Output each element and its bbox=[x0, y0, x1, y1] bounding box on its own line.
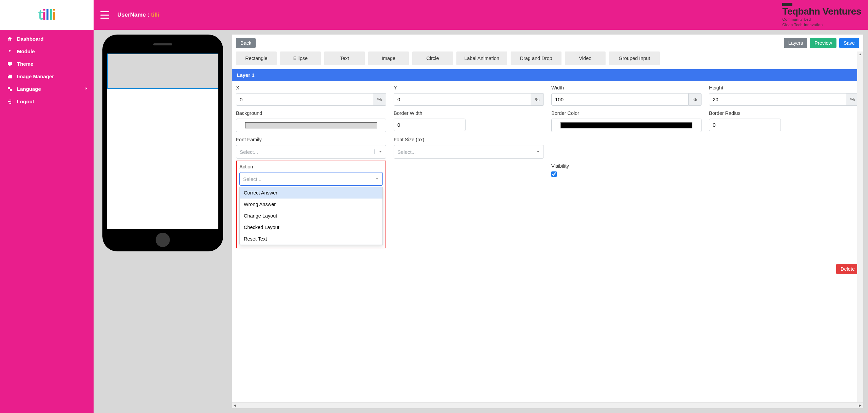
visibility-label: Visibility bbox=[551, 163, 702, 169]
sidebar: tilli Dashboard Module Theme Image Manag… bbox=[0, 0, 94, 413]
topbar: UserName : tilli Teqbahn Ventures Commun… bbox=[94, 0, 868, 30]
chevron-down-icon bbox=[371, 177, 382, 181]
action-option[interactable]: Change Layout bbox=[240, 210, 382, 222]
border-color-label: Border Color bbox=[551, 110, 702, 116]
border-color-swatch[interactable] bbox=[551, 119, 702, 132]
sidebar-item-module[interactable]: Module bbox=[0, 45, 94, 58]
preview-button[interactable]: Preview bbox=[810, 38, 836, 48]
sidebar-item-label: Dashboard bbox=[17, 36, 43, 42]
action-dropdown-menu: Correct Answer Wrong Answer Change Layou… bbox=[239, 187, 383, 245]
width-label: Width bbox=[551, 85, 702, 90]
width-unit: % bbox=[689, 93, 702, 106]
image-icon bbox=[6, 74, 14, 79]
chevron-down-icon bbox=[532, 149, 544, 154]
logo: tilli bbox=[0, 0, 94, 30]
action-option[interactable]: Wrong Answer bbox=[240, 199, 382, 210]
x-input[interactable] bbox=[236, 93, 373, 106]
brand: Teqbahn Ventures Community-Led Clean Tec… bbox=[782, 3, 861, 27]
translate-icon bbox=[6, 86, 14, 92]
phone-preview bbox=[102, 35, 223, 251]
background-label: Background bbox=[236, 110, 386, 116]
shape-text[interactable]: Text bbox=[324, 51, 365, 65]
shape-drag-drop[interactable]: Drag and Drop bbox=[511, 51, 561, 65]
y-unit: % bbox=[531, 93, 544, 106]
shape-circle[interactable]: Circle bbox=[412, 51, 453, 65]
properties-panel: Back Layers Preview Save ▲ Rectangle Ell… bbox=[232, 35, 863, 408]
border-radius-input[interactable] bbox=[709, 119, 781, 131]
home-icon bbox=[6, 36, 14, 42]
upload-icon bbox=[6, 49, 14, 54]
sidebar-item-label: Logout bbox=[17, 99, 34, 104]
shape-ellipse[interactable]: Ellipse bbox=[280, 51, 321, 65]
shape-label-animation[interactable]: Label Animation bbox=[456, 51, 507, 65]
visibility-checkbox[interactable] bbox=[551, 171, 557, 177]
sidebar-item-label: Image Manager bbox=[17, 74, 54, 79]
width-input[interactable] bbox=[551, 93, 689, 106]
shape-grouped-input[interactable]: Grouped Input bbox=[609, 51, 660, 65]
y-input[interactable] bbox=[394, 93, 531, 106]
x-unit: % bbox=[373, 93, 386, 106]
layer-header[interactable]: Layer 1 bbox=[232, 69, 863, 81]
font-size-label: Font Size (px) bbox=[394, 137, 544, 142]
border-width-label: Border Width bbox=[394, 110, 544, 116]
sidebar-item-logout[interactable]: Logout bbox=[0, 95, 94, 108]
menu-toggle[interactable] bbox=[100, 11, 109, 19]
username-display: UserName : tilli bbox=[117, 12, 159, 18]
back-button[interactable]: Back bbox=[236, 38, 256, 48]
canvas-layer-1[interactable] bbox=[107, 54, 218, 89]
phone-screen[interactable] bbox=[107, 54, 218, 229]
border-width-input[interactable] bbox=[394, 119, 466, 131]
background-swatch[interactable] bbox=[236, 119, 386, 132]
sidebar-item-label: Module bbox=[17, 48, 35, 54]
shape-rectangle[interactable]: Rectangle bbox=[236, 51, 277, 65]
shape-toolbar: Rectangle Ellipse Text Image Circle Labe… bbox=[236, 51, 859, 65]
x-label: X bbox=[236, 85, 386, 90]
action-option[interactable]: Correct Answer bbox=[240, 187, 382, 199]
border-radius-label: Border Radius bbox=[709, 110, 859, 116]
sidebar-item-label: Language bbox=[17, 86, 41, 92]
sidebar-item-language[interactable]: Language bbox=[0, 83, 94, 95]
font-size-select[interactable]: Select... bbox=[394, 145, 544, 159]
shape-video[interactable]: Video bbox=[565, 51, 606, 65]
sidebar-item-image-manager[interactable]: Image Manager bbox=[0, 70, 94, 83]
shape-image[interactable]: Image bbox=[368, 51, 409, 65]
font-family-select[interactable]: Select... bbox=[236, 145, 386, 159]
y-label: Y bbox=[394, 85, 544, 90]
chevron-down-icon bbox=[374, 149, 386, 154]
height-label: Height bbox=[709, 85, 859, 90]
action-option[interactable]: Reset Text bbox=[240, 233, 382, 245]
horizontal-scrollbar[interactable]: ◀ ▶ bbox=[232, 402, 863, 408]
font-family-label: Font Family bbox=[236, 137, 386, 142]
action-label: Action bbox=[239, 164, 383, 169]
sidebar-item-label: Theme bbox=[17, 61, 33, 67]
logout-icon bbox=[6, 99, 14, 104]
action-select[interactable]: Select... bbox=[239, 172, 383, 186]
monitor-icon bbox=[6, 61, 14, 67]
save-button[interactable]: Save bbox=[839, 38, 859, 48]
action-option[interactable]: Checked Layout bbox=[240, 222, 382, 233]
delete-button[interactable]: Delete bbox=[836, 264, 859, 274]
layers-button[interactable]: Layers bbox=[784, 38, 808, 48]
height-input[interactable] bbox=[709, 93, 846, 106]
sidebar-item-theme[interactable]: Theme bbox=[0, 58, 94, 70]
vertical-scrollbar[interactable]: ▲ bbox=[857, 51, 863, 402]
chevron-right-icon bbox=[84, 86, 89, 92]
sidebar-item-dashboard[interactable]: Dashboard bbox=[0, 33, 94, 45]
